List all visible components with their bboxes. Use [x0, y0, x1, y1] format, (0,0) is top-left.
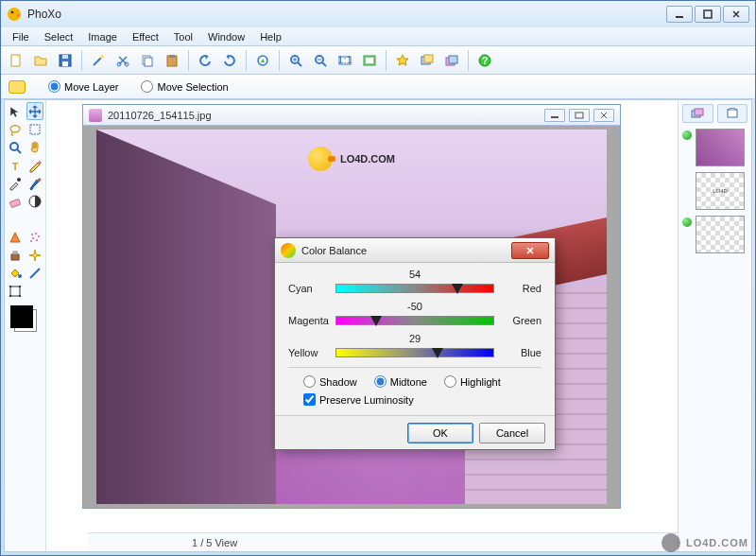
- cut-icon[interactable]: [112, 49, 134, 72]
- svg-point-37: [38, 235, 40, 237]
- eraser-icon[interactable]: [7, 192, 25, 210]
- history-tab[interactable]: [717, 104, 748, 123]
- menu-help[interactable]: Help: [252, 29, 289, 44]
- save-icon[interactable]: [54, 49, 77, 72]
- doc-minimize-button[interactable]: [544, 109, 565, 122]
- duck-icon: [308, 147, 333, 171]
- wand-icon[interactable]: [87, 49, 110, 72]
- text-icon[interactable]: T: [7, 156, 25, 174]
- menu-effect[interactable]: Effect: [125, 29, 166, 44]
- slider-left-label: Cyan: [288, 283, 335, 294]
- move-icon[interactable]: [26, 102, 44, 120]
- move-layer-radio[interactable]: Move Layer: [48, 80, 118, 93]
- dialog-close-button[interactable]: [511, 242, 549, 259]
- empty-tool: [7, 210, 25, 228]
- undo-icon[interactable]: [194, 49, 216, 72]
- tone-midtone-radio[interactable]: Midtone: [374, 375, 427, 388]
- move-selection-radio[interactable]: Move Selection: [141, 80, 228, 93]
- zoom-fit-icon[interactable]: [358, 49, 381, 72]
- slider-thumb[interactable]: [452, 284, 463, 294]
- tone-shadow-radio[interactable]: Shadow: [303, 375, 357, 388]
- fill-icon[interactable]: [7, 264, 25, 282]
- preserve-luminosity-checkbox[interactable]: Preserve Luminosity: [288, 393, 541, 406]
- svg-rect-23: [424, 55, 433, 62]
- shape-icon[interactable]: [7, 228, 25, 246]
- transform-icon[interactable]: [7, 282, 25, 300]
- slider-thumb[interactable]: [432, 348, 443, 358]
- line-icon[interactable]: [26, 264, 44, 282]
- layers-icon[interactable]: [440, 49, 463, 72]
- redo-icon[interactable]: [218, 49, 241, 72]
- pencil-icon[interactable]: [26, 156, 44, 174]
- lasso-icon[interactable]: [7, 120, 25, 138]
- pointer-icon[interactable]: [7, 102, 25, 120]
- visibility-dot-icon[interactable]: [682, 217, 692, 227]
- tone-row: ShadowMidtoneHighlight: [288, 375, 541, 388]
- svg-rect-49: [551, 116, 558, 118]
- cancel-button[interactable]: Cancel: [479, 423, 545, 443]
- zoom-icon[interactable]: [7, 138, 25, 156]
- layer-item[interactable]: [682, 216, 747, 253]
- hand-icon[interactable]: [26, 138, 44, 156]
- empty-tool: [26, 210, 44, 228]
- spray-icon[interactable]: [26, 228, 44, 246]
- menu-select[interactable]: Select: [37, 29, 81, 44]
- separator: [279, 50, 280, 71]
- menu-file[interactable]: File: [5, 29, 37, 44]
- separator: [188, 50, 189, 71]
- eyedropper-icon[interactable]: [7, 174, 25, 192]
- layer-item[interactable]: [682, 129, 747, 166]
- copy-icon[interactable]: [136, 49, 159, 72]
- menu-image[interactable]: Image: [80, 29, 125, 44]
- slider-value: 29: [288, 333, 541, 344]
- contrast-icon[interactable]: [26, 192, 44, 210]
- dialog-footer: OK Cancel: [275, 415, 555, 449]
- slider-thumb[interactable]: [370, 316, 382, 326]
- maximize-button[interactable]: [695, 6, 721, 23]
- star-icon[interactable]: [391, 49, 414, 72]
- svg-rect-21: [366, 58, 373, 63]
- visibility-dot-icon[interactable]: [682, 130, 692, 140]
- menu-tool[interactable]: Tool: [166, 29, 200, 44]
- close-button[interactable]: [723, 6, 749, 23]
- svg-text:T: T: [12, 161, 19, 172]
- color-swatch[interactable]: [10, 305, 33, 328]
- clone-icon[interactable]: [7, 246, 25, 264]
- menu-window[interactable]: Window: [200, 29, 252, 44]
- brush-icon[interactable]: [26, 174, 44, 192]
- slider-track[interactable]: [335, 348, 494, 357]
- svg-point-43: [18, 274, 22, 278]
- doc-close-button[interactable]: [593, 109, 614, 122]
- svg-rect-14: [169, 55, 175, 58]
- svg-point-36: [35, 233, 37, 235]
- tone-highlight-radio[interactable]: Highlight: [444, 375, 501, 388]
- help-icon[interactable]: ?: [473, 49, 496, 72]
- zoom-actual-icon[interactable]: 1:1: [334, 49, 356, 72]
- svg-point-1: [11, 11, 14, 14]
- separator: [386, 50, 387, 71]
- slider-left-label: Magenta: [288, 315, 335, 326]
- crop-icon[interactable]: [251, 49, 274, 72]
- layer-item[interactable]: [682, 172, 747, 210]
- svg-rect-48: [19, 295, 21, 297]
- zoom-out-icon[interactable]: [309, 49, 332, 72]
- paste-icon[interactable]: [161, 49, 183, 72]
- tone-label: Shadow: [319, 376, 357, 388]
- dialog-titlebar[interactable]: Color Balance: [275, 238, 555, 263]
- layers-tab[interactable]: [682, 104, 713, 123]
- document-titlebar[interactable]: 20110726_154115.jpg: [83, 105, 620, 126]
- svg-rect-52: [695, 109, 703, 115]
- open-file-icon[interactable]: [29, 49, 52, 72]
- doc-maximize-button[interactable]: [569, 109, 590, 122]
- tooltip-icon: [9, 80, 26, 94]
- zoom-in-icon[interactable]: [284, 49, 307, 72]
- marquee-icon[interactable]: [26, 120, 44, 138]
- new-file-icon[interactable]: [5, 49, 27, 72]
- slider-track[interactable]: [335, 316, 494, 325]
- layers-dup-icon[interactable]: [416, 49, 438, 72]
- ok-button[interactable]: OK: [407, 423, 473, 443]
- minimize-button[interactable]: [666, 6, 693, 23]
- sparkle-icon[interactable]: [26, 246, 44, 264]
- slider-track[interactable]: [335, 284, 494, 293]
- svg-rect-46: [19, 286, 21, 287]
